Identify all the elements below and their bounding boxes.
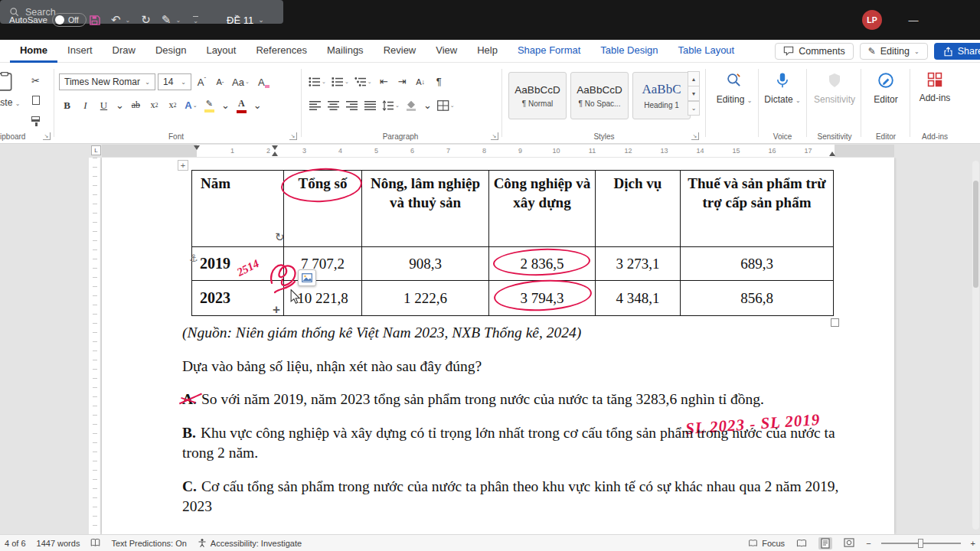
- paste-button[interactable]: Paste ⌄: [0, 72, 26, 108]
- align-center-button[interactable]: [325, 97, 341, 113]
- shrink-font-button[interactable]: Aˇ: [212, 74, 228, 90]
- vertical-scrollbar[interactable]: [972, 161, 979, 530]
- autosave-toggle[interactable]: Off: [52, 13, 87, 27]
- underline-button[interactable]: U: [96, 97, 112, 113]
- table-header-cell[interactable]: Tổng số: [284, 171, 362, 247]
- table-cell[interactable]: 1 222,6: [362, 281, 489, 316]
- italic-button[interactable]: I: [77, 97, 93, 113]
- proofing-status[interactable]: [90, 538, 100, 548]
- styles-dialog-launcher-icon[interactable]: ↘: [691, 132, 699, 140]
- cut-button[interactable]: ✂: [28, 73, 44, 89]
- superscript-button[interactable]: x2: [165, 97, 181, 113]
- right-indent-marker[interactable]: [829, 152, 835, 156]
- ribbon-tab[interactable]: File: [0, 40, 10, 63]
- option-c[interactable]: C.Cơ cấu tổng sản phẩm trong nước của nư…: [182, 477, 853, 517]
- change-case-button[interactable]: Aa⌄: [230, 74, 251, 90]
- table-header-cell[interactable]: Công nghiệp và xây dựng: [489, 171, 596, 247]
- comments-button[interactable]: Comments: [775, 43, 853, 60]
- borders-button[interactable]: ⌄: [436, 97, 456, 113]
- justify-button[interactable]: [362, 97, 378, 113]
- table-header-cell[interactable]: Thuế và sản phẩm trừ trợ cấp sản phẩm: [681, 171, 834, 247]
- share-button[interactable]: Share: [934, 43, 980, 60]
- bullets-button[interactable]: ⌄: [307, 73, 328, 90]
- vertical-ruler[interactable]: [89, 158, 100, 534]
- highlight-caret-icon[interactable]: ⌄: [220, 97, 231, 113]
- table-cell[interactable]: 2 836,5: [489, 247, 596, 281]
- ribbon-tab[interactable]: References: [246, 40, 316, 63]
- font-name-select[interactable]: Times New Roman⌄: [59, 73, 155, 90]
- table-header-cell[interactable]: Năm: [192, 171, 284, 247]
- table-cell[interactable]: 3 794,3: [489, 281, 596, 316]
- pen-icon[interactable]: ✎: [162, 13, 172, 27]
- table-cell[interactable]: 3 273,1: [596, 247, 681, 281]
- zoom-slider[interactable]: [881, 543, 961, 544]
- add-ins-button[interactable]: Add-ins: [914, 72, 956, 103]
- grow-font-button[interactable]: Aˆ: [194, 74, 210, 90]
- underline-caret-icon[interactable]: ⌄: [114, 97, 126, 113]
- zoom-in-button[interactable]: +: [971, 539, 975, 548]
- bold-button[interactable]: B: [59, 97, 75, 113]
- ribbon-tab[interactable]: Shape Format: [508, 40, 590, 63]
- read-mode-button[interactable]: [795, 537, 808, 549]
- zoom-slider-knob[interactable]: [918, 539, 923, 548]
- clipboard-dialog-launcher-icon[interactable]: ↘: [43, 132, 51, 140]
- format-painter-button[interactable]: [28, 111, 44, 127]
- gallery-scroll-up-icon[interactable]: ▴: [688, 71, 700, 86]
- question-text[interactable]: Dựa vào bảng số liệu, nhận xét nào sau đ…: [182, 357, 853, 377]
- strikethrough-button[interactable]: ab: [128, 97, 144, 113]
- ribbon-tab[interactable]: Insert: [57, 40, 103, 63]
- sensitivity-button[interactable]: Sensitivity: [811, 72, 858, 105]
- option-a[interactable]: A.So với năm 2019, năm 2023 tổng sản phẩ…: [182, 390, 853, 410]
- hanging-indent-marker[interactable]: [272, 152, 278, 156]
- rotate-handle-icon[interactable]: ↻: [275, 230, 285, 244]
- document-page[interactable]: Năm Tổng số Nông, lâm nghiệp và thuỷ sản…: [102, 158, 894, 534]
- focus-button[interactable]: Focus: [748, 539, 785, 548]
- pen-caret-icon[interactable]: ⌄: [175, 17, 181, 24]
- dictate-button[interactable]: Dictate ⌄: [763, 72, 802, 105]
- document-text[interactable]: (Nguồn: Niên giám thống kê Việt Nam 2023…: [182, 323, 853, 530]
- redo-icon[interactable]: ↻: [141, 13, 151, 27]
- multilevel-list-button[interactable]: ⌄: [353, 73, 374, 90]
- increase-indent-button[interactable]: ⇥: [394, 73, 410, 90]
- autosave-control[interactable]: AutoSave Off: [9, 0, 87, 40]
- copy-button[interactable]: [28, 92, 44, 108]
- option-b[interactable]: B.Khu vực công nghiệp và xây dựng có tỉ …: [182, 423, 853, 464]
- show-formatting-button[interactable]: ¶: [431, 73, 447, 90]
- table-source-line[interactable]: (Nguồn: Niên giám thống kê Việt Nam 2023…: [182, 323, 853, 344]
- text-predictions-status[interactable]: Text Predictions: On: [111, 539, 186, 548]
- font-dialog-launcher-icon[interactable]: ↘: [289, 132, 297, 140]
- numbering-button[interactable]: ⌄: [330, 73, 351, 90]
- ribbon-tab[interactable]: Table Design: [590, 40, 668, 63]
- scrollbar-thumb[interactable]: [973, 181, 978, 288]
- first-line-indent-marker[interactable]: [194, 145, 200, 150]
- gallery-scroll-down-icon[interactable]: ▾: [688, 86, 700, 101]
- indent-marker[interactable]: [272, 145, 278, 150]
- ribbon-tab[interactable]: Draw: [103, 40, 145, 63]
- move-crosshair-icon[interactable]: +: [273, 302, 280, 318]
- paragraph-dialog-launcher-icon[interactable]: ↘: [491, 132, 498, 140]
- gallery-more-icon[interactable]: ⌄: [688, 100, 700, 116]
- customize-toolbar-icon[interactable]: ⌄: [193, 16, 198, 24]
- print-layout-button[interactable]: [818, 537, 832, 549]
- layout-options-button[interactable]: [298, 269, 316, 286]
- table-header-cell[interactable]: Dịch vụ: [596, 171, 681, 247]
- avatar[interactable]: LP: [862, 10, 882, 30]
- ribbon-tab[interactable]: Home: [10, 40, 57, 63]
- ribbon-tab[interactable]: Table Layout: [668, 40, 744, 63]
- clear-formatting-button[interactable]: A: [253, 74, 270, 90]
- web-layout-button[interactable]: [842, 537, 856, 549]
- highlight-button[interactable]: ✎: [201, 97, 217, 113]
- font-color-button[interactable]: A: [234, 97, 250, 113]
- table-cell[interactable]: 689,3: [681, 247, 834, 281]
- ribbon-tab[interactable]: Design: [145, 40, 196, 63]
- ribbon-tab[interactable]: Help: [467, 40, 508, 63]
- table-cell[interactable]: 856,8: [681, 281, 834, 316]
- table-cell[interactable]: 908,3: [362, 247, 489, 281]
- font-color-caret-icon[interactable]: ⌄: [252, 97, 263, 113]
- sort-button[interactable]: A↓: [413, 73, 429, 90]
- accessibility-status[interactable]: Accessibility: Investigate: [198, 538, 302, 548]
- editor-button[interactable]: Editor: [865, 72, 906, 105]
- line-spacing-button[interactable]: ⌄: [381, 97, 401, 113]
- font-size-select[interactable]: 14⌄: [158, 73, 191, 90]
- align-right-button[interactable]: [344, 97, 360, 113]
